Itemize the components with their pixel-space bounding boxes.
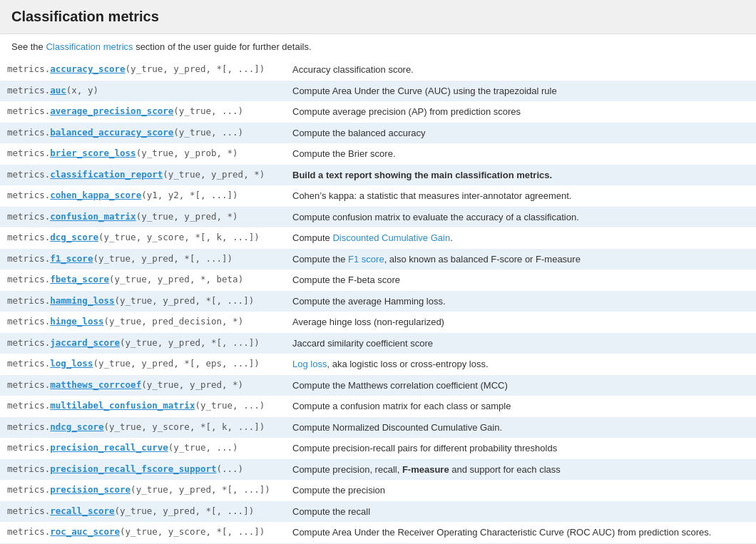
table-row: metrics.f1_score(y_true, y_pred, *[, ...…: [0, 249, 756, 270]
func-name-link[interactable]: roc_auc_score: [50, 526, 120, 537]
func-prefix: metrics.: [7, 526, 50, 537]
func-params: (y1, y2, *[, ...]): [141, 190, 237, 200]
func-name-link[interactable]: balanced_accuracy_score: [50, 127, 173, 138]
func-name-link[interactable]: log_loss: [50, 358, 93, 369]
description-cell: Compute Area Under the Curve (AUC) using…: [285, 81, 756, 102]
func-params: (y_true, y_pred, *[, ...]): [93, 253, 233, 264]
description-cell: Compute a confusion matrix for each clas…: [285, 396, 756, 417]
table-row: metrics.matthews_corrcoef(y_true, y_pred…: [0, 375, 756, 396]
func-name-link[interactable]: accuracy_score: [50, 63, 125, 74]
func-name-link[interactable]: jaccard_score: [50, 337, 120, 348]
function-signature-cell: metrics.roc_auc_score(y_true, y_score, *…: [0, 522, 285, 543]
description-cell: Compute the average Hamming loss.: [285, 291, 756, 312]
func-params: (x, y): [66, 85, 98, 96]
func-name-link[interactable]: matthews_corrcoef: [50, 379, 141, 390]
func-params: (y_true, y_prob, *): [136, 148, 238, 158]
func-name-link[interactable]: precision_score: [50, 484, 131, 495]
func-name-link[interactable]: fbeta_score: [50, 274, 109, 284]
func-name-link[interactable]: classification_report: [50, 169, 163, 180]
function-signature-cell: metrics.log_loss(y_true, y_pred, *[, eps…: [0, 354, 285, 375]
table-row: metrics.recall_score(y_true, y_pred, *[,…: [0, 501, 756, 523]
description-cell: Compute Normalized Discounted Cumulative…: [285, 417, 756, 438]
function-signature-cell: metrics.precision_score(y_true, y_pred, …: [0, 480, 285, 501]
table-row: metrics.dcg_score(y_true, y_score, *[, k…: [0, 227, 756, 249]
func-params: (y_true, ...): [173, 106, 243, 116]
intro-prefix: See the: [11, 41, 46, 52]
func-name-link[interactable]: confusion_matrix: [50, 211, 136, 222]
func-name-link[interactable]: hamming_loss: [50, 295, 114, 306]
table-row: metrics.roc_auc_score(y_true, y_score, *…: [0, 522, 756, 543]
func-name-link[interactable]: precision_recall_curve: [50, 442, 168, 453]
func-params: (y_true, y_score, *[, ...]): [120, 526, 265, 537]
description-cell: Compute Area Under the Receiver Operatin…: [285, 522, 756, 543]
function-signature-cell: metrics.hinge_loss(y_true, pred_decision…: [0, 312, 285, 333]
func-prefix: metrics.: [7, 85, 50, 96]
table-row: metrics.ndcg_score(y_true, y_score, *[, …: [0, 417, 756, 438]
description-cell: Average hinge loss (non-regularized): [285, 312, 756, 333]
func-prefix: metrics.: [7, 295, 50, 306]
description-cell: Compute the Brier score.: [285, 143, 756, 165]
func-prefix: metrics.: [7, 63, 50, 74]
table-row: metrics.confusion_matrix(y_true, y_pred,…: [0, 207, 756, 228]
function-signature-cell: metrics.f1_score(y_true, y_pred, *[, ...…: [0, 249, 285, 270]
func-name-link[interactable]: cohen_kappa_score: [50, 190, 141, 200]
description-cell: Compute confusion matrix to evaluate the…: [285, 207, 756, 228]
function-signature-cell: metrics.confusion_matrix(y_true, y_pred,…: [0, 207, 285, 228]
function-signature-cell: metrics.cohen_kappa_score(y1, y2, *[, ..…: [0, 185, 285, 207]
table-row: metrics.accuracy_score(y_true, y_pred, *…: [0, 59, 756, 81]
table-row: metrics.log_loss(y_true, y_pred, *[, eps…: [0, 354, 756, 375]
table-row: metrics.cohen_kappa_score(y1, y2, *[, ..…: [0, 185, 756, 207]
description-cell: Build a text report showing the main cla…: [285, 165, 756, 186]
func-name-link[interactable]: auc: [50, 85, 66, 96]
func-name-link[interactable]: average_precision_score: [50, 106, 173, 116]
function-signature-cell: metrics.ndcg_score(y_true, y_score, *[, …: [0, 417, 285, 438]
function-signature-cell: metrics.precision_recall_fscore_support(…: [0, 459, 285, 481]
description-cell: Accuracy classification score.: [285, 59, 756, 81]
func-params: (y_true, pred_decision, *): [103, 316, 243, 327]
func-params: (y_true, y_pred, *): [163, 169, 265, 180]
page-header: Classification metrics: [0, 0, 756, 34]
table-row: metrics.average_precision_score(y_true, …: [0, 101, 756, 123]
description-cell: Compute precision, recall, F-measure and…: [285, 459, 756, 481]
description-cell: Log loss, aka logistic loss or cross-ent…: [285, 354, 756, 375]
table-row: metrics.fbeta_score(y_true, y_pred, *, b…: [0, 270, 756, 291]
func-name-link[interactable]: ndcg_score: [50, 421, 103, 432]
description-cell: Compute the F-beta score: [285, 270, 756, 291]
func-prefix: metrics.: [7, 106, 50, 116]
function-signature-cell: metrics.jaccard_score(y_true, y_pred, *[…: [0, 333, 285, 354]
page-title: Classification metrics: [11, 9, 745, 25]
description-cell: Compute the precision: [285, 480, 756, 501]
classification-metrics-link[interactable]: Classification metrics: [46, 41, 133, 52]
func-name-link[interactable]: recall_score: [50, 505, 114, 516]
func-params: (y_true, ...): [168, 442, 238, 453]
function-signature-cell: metrics.accuracy_score(y_true, y_pred, *…: [0, 59, 285, 81]
func-prefix: metrics.: [7, 232, 50, 242]
func-prefix: metrics.: [7, 358, 50, 369]
intro-section: See the Classification metrics section o…: [0, 34, 756, 59]
func-name-link[interactable]: dcg_score: [50, 232, 98, 242]
function-signature-cell: metrics.hamming_loss(y_true, y_pred, *[,…: [0, 291, 285, 312]
func-name-link[interactable]: f1_score: [50, 253, 93, 264]
func-prefix: metrics.: [7, 337, 50, 348]
table-row: metrics.jaccard_score(y_true, y_pred, *[…: [0, 333, 756, 354]
func-name-link[interactable]: precision_recall_fscore_support: [50, 463, 216, 474]
func-prefix: metrics.: [7, 400, 50, 411]
func-prefix: metrics.: [7, 463, 50, 474]
func-prefix: metrics.: [7, 190, 50, 200]
func-prefix: metrics.: [7, 127, 50, 138]
func-name-link[interactable]: multilabel_confusion_matrix: [50, 400, 195, 411]
description-cell: Compute precision-recall pairs for diffe…: [285, 438, 756, 459]
description-cell: Jaccard similarity coefficient score: [285, 333, 756, 354]
func-params: (y_true, ...): [195, 400, 265, 411]
function-signature-cell: metrics.auc(x, y): [0, 81, 285, 102]
func-name-link[interactable]: brier_score_loss: [50, 148, 136, 158]
func-params: (y_true, y_pred, *[, ...]): [120, 337, 260, 348]
func-prefix: metrics.: [7, 148, 50, 158]
intro-suffix: section of the user guide for further de…: [133, 41, 312, 52]
func-prefix: metrics.: [7, 253, 50, 264]
func-name-link[interactable]: hinge_loss: [50, 316, 103, 327]
func-params: (y_true, y_pred, *[, ...]): [131, 484, 270, 495]
func-params: (y_true, ...): [173, 127, 243, 138]
table-row: metrics.auc(x, y)Compute Area Under the …: [0, 81, 756, 102]
description-cell: Cohen’s kappa: a statistic that measures…: [285, 185, 756, 207]
